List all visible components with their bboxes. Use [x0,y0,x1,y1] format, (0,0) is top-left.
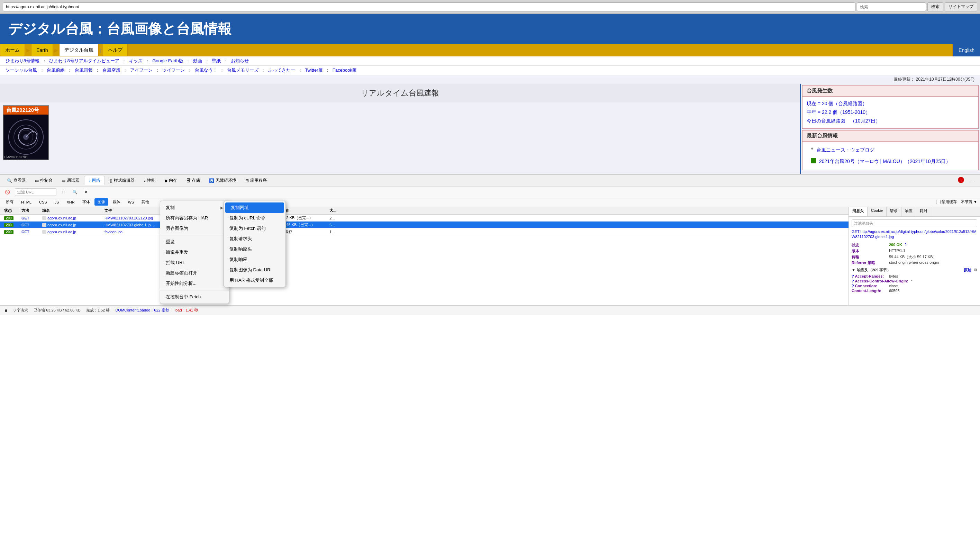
right-tab-timing[interactable]: 耗时 [916,207,931,216]
right-tab-cookies[interactable]: Cookie [867,207,887,216]
header-help-conn[interactable]: ? [852,284,854,288]
table-row[interactable]: 200 GET agora.ex.nii.ac.jp HMW821102703.… [0,215,849,222]
tab-console[interactable]: ▭ 控制台 [31,176,57,185]
search-network-button[interactable]: 🔍 [70,189,80,195]
disable-cache-input[interactable] [936,200,940,204]
tab-performance[interactable]: ♪ 性能 [140,176,160,185]
menu-sub-copy-url[interactable]: 复制网址 [225,202,284,213]
nav-earth[interactable]: Earth [31,44,53,57]
header-help-accept[interactable]: ? [852,274,854,278]
link-wallpaper[interactable]: 壁紙 [212,58,221,63]
cancel-filter-button[interactable]: ✕ [82,189,90,195]
filter-media[interactable]: 媒体 [110,198,123,206]
nav-home[interactable]: ホーム [0,44,25,57]
typhoon-current-link[interactable]: 現在 = 20 個（台風経路図） [807,99,974,108]
menu-edit-resend[interactable]: 编辑并重发 [160,247,229,258]
menu-save-har[interactable]: 所有内容另存为 HAR [160,213,229,223]
devtools-more-icon[interactable]: ⋯ [967,177,977,185]
tab-storage[interactable]: 🗄 存储 [182,176,204,185]
search-input[interactable] [857,2,926,12]
dom-content-loaded[interactable]: DOMContentLoaded：622 毫秒 [115,308,169,313]
filter-html[interactable]: HTML [18,199,35,205]
row1-status: 200 [3,216,20,220]
url-bar[interactable] [3,2,855,12]
filter-image[interactable]: 图像 [95,198,108,206]
tab-inspector[interactable]: 🔍 查看器 [3,176,30,185]
menu-save-image[interactable]: 另存图像为 [160,223,229,233]
filter-ws[interactable]: WS [125,199,137,205]
link-futtekita[interactable]: ふってきたー [268,67,295,73]
filter-other[interactable]: 其他 [138,198,152,206]
tab-performance-label: 性能 [147,178,155,183]
link-himawari8-realtime[interactable]: ひまわり8号リアルタイムビューア [49,58,119,63]
filter-font[interactable]: 字体 [79,198,93,206]
header-help-acao[interactable]: ? [852,279,854,283]
tab-debugger[interactable]: ▭ 调试器 [57,176,83,185]
link-kuusou[interactable]: 台風空想 [102,67,120,73]
menu-copy[interactable]: 复制 ▶ [160,202,229,213]
menu-sub-copy-fetch[interactable]: 复制为 Fetch 语句 [224,223,286,233]
menu-resend[interactable]: 重发 [160,237,229,247]
menu-sub-copy-har[interactable]: 用 HAR 格式复制全部 [224,275,286,285]
typhoon-average-link[interactable]: 平年 = 22.2 個（1951-2010） [807,108,974,117]
news-link-1[interactable]: 台風ニュース・ウェブログ [816,146,874,154]
raw-button[interactable]: 原始 [964,268,971,273]
link-twiphoon[interactable]: ツイフーン [162,67,185,73]
tab-style-editor[interactable]: {} 样式编辑器 [106,176,139,185]
copy-icon[interactable]: ⧉ [974,268,977,272]
link-social[interactable]: ソーシャル台風 [5,67,37,73]
filter-xhr[interactable]: XHR [63,199,78,205]
link-memories[interactable]: 台風メモリーズ [227,67,258,73]
tab-accessibility[interactable]: ♿ 无障碍环境 [205,176,241,185]
right-tab-request[interactable]: 请求 [887,207,902,216]
status-help[interactable]: ? [905,243,907,247]
link-front[interactable]: 台風前線 [47,67,65,73]
search-button[interactable]: 検索 [927,2,943,12]
tab-memory[interactable]: ◆ 内存 [160,176,181,185]
link-gahou[interactable]: 台風画報 [75,67,93,73]
menu-fetch-console[interactable]: 在控制台中 Fetch [160,292,229,302]
link-news[interactable]: お知らせ [231,58,249,63]
filter-msg-input[interactable] [852,220,977,227]
link-video[interactable]: 動画 [193,58,202,63]
menu-sub-copy-data-uri[interactable]: 复制图像为 Data URI [224,265,286,275]
menu-sub-copy-res-headers[interactable]: 复制响应头 [224,244,286,254]
table-row[interactable]: 200 GET agora.ex.nii.ac.jp HMW821102703.… [0,222,849,228]
table-row[interactable]: 200 GET agora.ex.nii.ac.jp favicon.ico x… [0,228,849,235]
tab-apps[interactable]: ⊞ 应用程序 [241,176,271,185]
load-time[interactable]: load：1.41 秒 [175,308,198,313]
disable-cache-checkbox[interactable]: 禁用缓存 [936,199,957,205]
nav-digital-typhoon[interactable]: デジタル台風 [59,44,99,57]
nav-sep-2: ▶ [53,48,59,53]
filter-css[interactable]: CSS [36,199,50,205]
typhoon-today-route[interactable]: 今日の台風経路図 （10月27日） [807,117,974,125]
menu-sub-copy-response[interactable]: 复制响应 [224,254,286,265]
link-google-earth[interactable]: Google Earth版 [152,58,183,63]
link-iphoon[interactable]: アイフーン [130,67,153,73]
menu-block-url[interactable]: 拦截 URL [160,258,229,268]
menu-new-tab[interactable]: 新建标签页打开 [160,268,229,278]
throttle-select[interactable]: 不节流 ▼ [961,199,977,205]
menu-perf-analysis[interactable]: 开始性能分析... [160,278,229,288]
link-himawari8[interactable]: ひまわり8号情報 [5,58,40,63]
typhoon-card[interactable]: 台風202120号 HMW821102703 [3,105,49,160]
link-facebook[interactable]: Facebook版 [333,67,357,73]
menu-sub-copy-req-headers[interactable]: 复制请求头 [224,233,286,244]
menu-sub-copy-curl[interactable]: 复制为 cURL 命令 [224,213,286,223]
nav-english[interactable]: English [952,44,980,57]
pause-button[interactable]: ⏸ [59,189,68,195]
link-kids[interactable]: キッズ [129,58,143,63]
link-now[interactable]: 台風なう！ [195,67,217,73]
right-tab-headers[interactable]: 消息头 [849,207,867,216]
news-link-2[interactable]: 2021年台風20号（マーロウ | MALOU）（2021年10月25日） [819,157,950,166]
tab-network[interactable]: ↕ 网络 [84,176,105,185]
filter-all[interactable]: 所有 [3,198,17,206]
sitemap-button[interactable]: サイトマップ [945,2,977,12]
filter-url-input[interactable] [15,188,57,196]
right-tab-response[interactable]: 响应 [902,207,916,216]
link-twitter[interactable]: Twitter版 [305,67,323,73]
filter-js[interactable]: JS [52,199,62,205]
clear-button[interactable]: 🚫 [3,189,12,195]
nav-help[interactable]: ヘルプ [103,44,128,57]
collapse-icon[interactable]: ▼ [852,268,855,272]
